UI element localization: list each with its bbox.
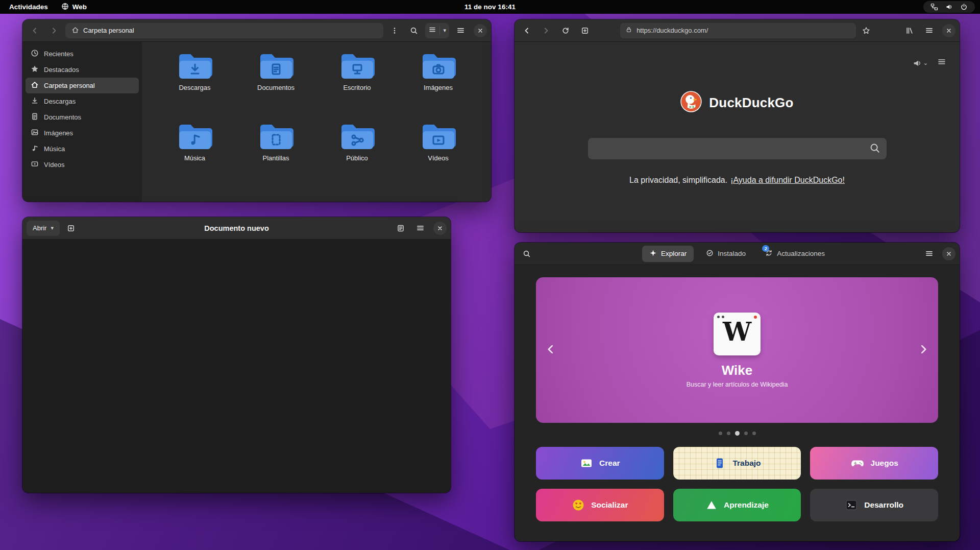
sidebar-item-recientes[interactable]: Recientes [26,46,139,62]
carousel-dot-active[interactable] [735,431,740,436]
featured-app-banner[interactable]: W Wike Buscar y leer artículos de Wikipe… [536,277,938,423]
folder-plantillas[interactable]: Plantillas [246,123,307,193]
activities-button[interactable]: Actividades [5,3,52,11]
spread-duckduckgo-link[interactable]: ¡Ayuda a difundir DuckDuckGo! [730,176,845,184]
folder-musica[interactable]: Música [164,123,226,193]
download-icon [31,97,39,106]
forward-button[interactable] [46,22,62,39]
sidebar-item-documentos[interactable]: Documentos [26,109,139,125]
create-icon [580,457,593,470]
carousel-dot[interactable] [752,432,756,435]
work-icon [713,457,726,470]
folder-descargas[interactable]: Descargas [164,52,226,123]
document-list-icon[interactable] [393,220,409,236]
list-view-icon [428,26,436,36]
main-menu-button[interactable] [921,246,937,262]
sidebar-item-label: Vídeos [44,161,64,169]
category-label: Trabajo [732,459,761,468]
files-sidebar: Recientes Destacados Carpeta personal De… [22,42,142,202]
system-menu[interactable] [923,1,975,13]
software-tabs: Explorar Instalado 2 Actualizaciones [642,246,832,262]
folder-escritorio[interactable]: Escritorio [327,52,388,123]
sidebar-item-descargas[interactable]: Descargas [26,93,139,109]
folder-videos[interactable]: Vídeos [408,123,469,193]
bookmark-star-button[interactable] [858,22,874,39]
tab-explorar[interactable]: Explorar [642,246,694,262]
tab-instalado[interactable]: Instalado [699,246,753,262]
folder-imagenes[interactable]: Imágenes [408,52,469,123]
clock[interactable]: 11 de nov 16:41 [464,3,516,11]
sidebar-item-musica[interactable]: Música [26,141,139,157]
main-menu-button[interactable] [921,22,937,39]
close-button[interactable] [433,222,447,235]
folder-publico[interactable]: Público [327,123,388,193]
back-button[interactable] [27,22,43,39]
gamepad-icon [850,456,865,470]
category-label: Desarrollo [864,500,903,510]
carousel-dot[interactable] [719,432,722,435]
address-bar[interactable]: https://duckduckgo.com/ [620,23,856,38]
category-tile-juegos[interactable]: Juegos [810,447,938,480]
folder-label: Documentos [257,84,295,91]
close-button[interactable] [942,247,955,260]
smiley-heart-eyes-icon [572,498,585,512]
lock-icon [625,26,632,35]
music-icon [31,144,39,154]
forward-button[interactable] [538,22,554,39]
sidebar-item-label: Carpeta personal [44,82,95,89]
back-button[interactable] [519,22,535,39]
carousel-previous-button[interactable] [545,344,556,357]
category-tile-aprendizaje[interactable]: Aprendizaje [673,489,801,521]
recent-icon [31,49,39,59]
new-tab-button[interactable] [577,22,593,39]
files-headerbar: Carpeta personal ▾ [22,19,491,42]
tab-actualizaciones[interactable]: 2 Actualizaciones [758,246,832,262]
folder-icon-documents [259,52,293,80]
url-text: https://duckduckgo.com/ [636,27,708,34]
carousel-dots [536,431,938,436]
text-editor-window: Abrir ▾ Documento nuevo [22,217,451,493]
category-tile-crear[interactable]: Crear [536,447,664,480]
carousel-dot[interactable] [727,432,730,435]
sidebar-item-label: Documentos [44,113,81,121]
current-location-label: Carpeta personal [83,27,134,34]
main-menu-button[interactable] [452,22,469,39]
top-bar: Actividades Web 11 de nov 16:41 [0,0,980,14]
search-icon[interactable] [869,142,880,156]
main-menu-button[interactable] [412,220,428,236]
open-button[interactable]: Abrir ▾ [27,221,60,236]
category-label: Aprendizaje [724,500,769,510]
reload-button[interactable] [557,22,574,39]
search-input[interactable] [588,138,887,159]
announcement-icon[interactable]: ⌄ [913,59,928,67]
editor-text-area[interactable] [22,240,451,493]
sidebar-item-label: Imágenes [44,129,73,137]
category-tiles: Crear Trabajo Juegos Socializar [536,447,938,521]
sidebar-item-carpeta-personal[interactable]: Carpeta personal [26,78,139,93]
close-button[interactable] [942,24,955,37]
tab-label: Instalado [718,250,746,257]
chevron-down-icon: ⌄ [923,60,928,66]
close-button[interactable] [474,24,487,37]
video-icon [31,160,39,170]
path-bar[interactable]: Carpeta personal [65,23,383,38]
sidebar-item-imagenes[interactable]: Imágenes [26,125,139,141]
library-icon[interactable] [901,22,918,39]
sidebar-item-destacados[interactable]: Destacados [26,62,139,78]
carousel-next-button[interactable] [918,344,929,357]
sidebar-item-videos[interactable]: Vídeos [26,157,139,173]
search-button[interactable] [406,22,422,39]
category-tile-trabajo[interactable]: Trabajo [673,447,801,480]
search-button[interactable] [519,246,535,262]
category-tile-socializar[interactable]: Socializar [536,489,664,521]
sidebar-item-label: Descargas [44,98,76,105]
folder-documentos[interactable]: Documentos [246,52,307,123]
new-tab-button[interactable] [63,220,79,236]
page-menu-icon[interactable] [937,57,946,68]
category-tile-desarrollo[interactable]: Desarrollo [810,489,938,521]
location-menu-button[interactable] [386,22,403,39]
folder-icon-desktop [340,52,375,80]
focused-app-menu[interactable]: Web [61,3,87,12]
view-toggle-button[interactable]: ▾ [425,23,449,38]
carousel-dot[interactable] [744,432,748,435]
